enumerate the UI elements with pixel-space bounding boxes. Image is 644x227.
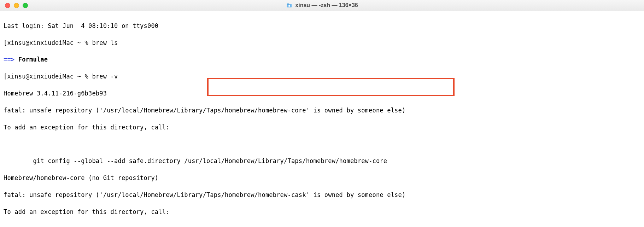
zoom-icon[interactable] (23, 3, 28, 8)
svg-rect-1 (287, 4, 289, 5)
window-title: xinsu — -zsh — 136×36 (286, 1, 358, 9)
terminal-line: Homebrew 3.4.11-216-g6b3eb93 (4, 89, 640, 98)
terminal-line: To add an exception for this directory, … (4, 123, 640, 132)
terminal-line (4, 140, 640, 149)
terminal-line: Last login: Sat Jun 4 08:10:10 on ttys00… (4, 22, 640, 30)
terminal-line: Homebrew/homebrew-core (no Git repositor… (4, 174, 640, 182)
traffic-lights (0, 3, 28, 8)
terminal-line: To add an exception for this directory, … (4, 208, 640, 216)
window-titlebar: xinsu — -zsh — 136×36 (0, 0, 644, 11)
terminal-line: git config --global --add safe.directory… (4, 157, 640, 165)
formulae-label: Formulae (14, 56, 48, 63)
terminal-line: ==> Formulae (4, 56, 640, 64)
terminal-line: [xinsu@xinxiudeiMac ~ % brew ls (4, 39, 640, 47)
arrow-icon: ==> (4, 56, 14, 63)
terminal-line: [xinsu@xinxiudeiMac ~ % brew -v (4, 72, 640, 81)
terminal-output[interactable]: Last login: Sat Jun 4 08:10:10 on ttys00… (0, 11, 644, 227)
terminal-line (4, 225, 640, 227)
close-icon[interactable] (5, 3, 10, 8)
terminal-line: fatal: unsafe repository ('/usr/local/Ho… (4, 191, 640, 199)
minimize-icon[interactable] (14, 3, 19, 8)
terminal-line: fatal: unsafe repository ('/usr/local/Ho… (4, 106, 640, 115)
window-title-text: xinsu — -zsh — 136×36 (295, 1, 358, 9)
home-folder-icon (286, 2, 292, 8)
